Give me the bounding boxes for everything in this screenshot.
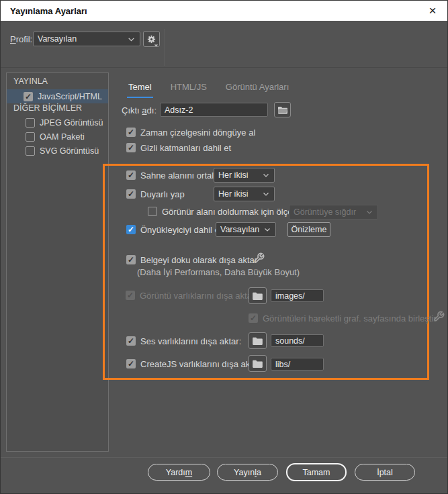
tab-goruntu-ayarlari[interactable]: Görüntü Ayarları [224, 81, 290, 98]
preloader-dropdown[interactable]: Varsayılan [216, 222, 276, 237]
export-texture-checkbox[interactable]: ✓ [126, 255, 136, 264]
scale-fill-checkbox[interactable] [148, 207, 157, 216]
preview-button[interactable]: Önizleme [287, 222, 330, 237]
profile-dropdown[interactable]: Varsayılan [33, 32, 140, 46]
chevron-down-icon [262, 190, 270, 198]
sounds-path-input[interactable] [271, 334, 324, 347]
chevron-down-icon [262, 171, 270, 179]
center-stage-dropdown[interactable]: Her ikisi [214, 168, 275, 183]
center-stage-checkbox[interactable]: ✓ [126, 170, 136, 180]
header-vertical-divider [164, 29, 165, 66]
hidden-layers-row: ✓ Gizli katmanları dahil et [126, 142, 231, 154]
output-label-post: dı: [147, 105, 156, 115]
chevron-down-icon [365, 208, 373, 216]
sidebar-item-oam[interactable]: OAM Paketi [7, 130, 108, 144]
preloader-checkbox[interactable]: ✓ [126, 225, 136, 234]
publish-button[interactable]: Yayınla [217, 464, 278, 481]
combine-spritesheet-label: Görüntüleri hareketli graf. sayfasında b… [263, 313, 437, 324]
sidebar-item-label: SVG Görüntüsü [40, 146, 99, 156]
output-label-pre: Çıktı [122, 105, 142, 115]
help-button[interactable]: Yardım [148, 464, 210, 481]
output-label-mnemonic: a [142, 105, 146, 115]
javascript-html-checkbox[interactable]: ✓ [24, 92, 33, 101]
sidebar-item-javascript-html[interactable]: ✓ JavaScript/HTML [7, 89, 108, 103]
responsive-row: ✓ Duyarlı yap [126, 188, 185, 200]
center-stage-value: Her ikisi [218, 170, 262, 180]
cancel-button[interactable]: İptal [355, 464, 415, 481]
export-images-row: ✓ Görüntü varlıklarını dışa aktar: [126, 289, 257, 301]
title-bar: Yayınlama Ayarları × [1, 1, 447, 21]
folder-icon [277, 105, 288, 115]
profile-options-button[interactable] [143, 31, 160, 47]
chevron-down-icon [127, 35, 136, 44]
responsive-dropdown[interactable]: Her ikisi [214, 187, 275, 201]
preloader-value: Varsayılan [220, 225, 263, 234]
oam-checkbox[interactable] [26, 132, 35, 142]
responsive-label: Duyarlı yap [140, 189, 185, 199]
hidden-layers-checkbox[interactable]: ✓ [126, 143, 136, 152]
combine-spritesheet-row: ✓ Görüntüleri hareketli graf. sayfasında… [249, 312, 437, 324]
help-label-mnemonic: m [185, 468, 192, 477]
sidebar-item-label: JPEG Görüntüsü [40, 118, 103, 128]
export-sounds-checkbox[interactable]: ✓ [126, 336, 136, 346]
loop-timeline-row: ✓ Zaman çizelgesini döngüye al [126, 126, 255, 138]
publish-label-pre: Yayın [234, 468, 255, 477]
gear-dropdown-arrow [152, 41, 158, 46]
profile-dropdown-value: Varsayılan [38, 34, 127, 44]
hidden-layers-label: Gizli katmanları dahil et [140, 143, 231, 153]
publish-settings-dialog: Yayınlama Ayarları × Profil: Varsayılan … [0, 0, 448, 494]
export-sounds-row: ✓ Ses varlıklarını dışa aktar: [126, 335, 241, 347]
export-createjs-row: ✓ CreateJS varlıklarını dışa aktar: [126, 358, 263, 370]
scale-fill-label: Görünür alanı doldurmak için ölçekle [162, 207, 304, 217]
header-horizontal-divider [1, 67, 447, 68]
tab-html-js[interactable]: HTML/JS [169, 81, 208, 98]
loop-timeline-label: Zaman çizelgesini döngüye al [140, 128, 255, 138]
texture-note: (Daha İyi Performans, Daha Büyük Boyut) [137, 267, 300, 277]
images-path-input[interactable] [271, 289, 324, 302]
images-folder-button[interactable] [249, 287, 267, 304]
sidebar-item-label: OAM Paketi [40, 132, 85, 142]
export-images-checkbox: ✓ [126, 291, 135, 300]
profile-label-mnemonic: P [10, 34, 16, 44]
profile-label: Profil: [10, 34, 32, 44]
sidebar-item-label: JavaScript/HTML [38, 92, 102, 101]
settings-tabs: Temel HTML/JS Görüntü Ayarları [127, 81, 290, 98]
output-name-label: Çıktı adı: [122, 105, 156, 115]
publish-label-post: a [257, 468, 261, 477]
other-formats-header: DİĞER BİÇİMLER [13, 103, 82, 113]
dialog-title: Yayınlama Ayarları [10, 6, 87, 16]
libs-folder-button[interactable] [249, 355, 267, 372]
sidebar-item-jpeg[interactable]: JPEG Görüntüsü [7, 115, 108, 130]
export-sounds-label: Ses varlıklarını dışa aktar: [140, 336, 241, 346]
combine-spritesheet-checkbox: ✓ [249, 313, 258, 323]
export-texture-label: Belgeyi doku olarak dışa aktar [140, 255, 257, 265]
export-createjs-checkbox[interactable]: ✓ [126, 359, 136, 368]
folder-icon [252, 336, 263, 346]
jpeg-checkbox[interactable] [26, 118, 35, 128]
close-icon[interactable]: × [422, 1, 443, 21]
loop-timeline-checkbox[interactable]: ✓ [126, 128, 136, 137]
sounds-folder-button[interactable] [249, 332, 267, 349]
folder-icon [252, 291, 263, 301]
export-texture-row: ✓ Belgeyi doku olarak dışa aktar [126, 254, 257, 266]
libs-path-input[interactable] [271, 358, 324, 370]
output-name-input[interactable] [160, 103, 268, 117]
chevron-down-icon [263, 226, 271, 234]
ok-button[interactable]: Tamam [286, 463, 347, 481]
help-label-pre: Yardı [166, 468, 185, 477]
format-sidebar: YAYINLA ✓ JavaScript/HTML DİĞER BİÇİMLER… [6, 72, 109, 452]
folder-icon [252, 359, 263, 368]
scale-fill-row: Görünür alanı doldurmak için ölçekle [148, 205, 304, 217]
responsive-checkbox[interactable]: ✓ [126, 189, 136, 199]
center-stage-row: ✓ Sahne alanını ortala [126, 169, 218, 181]
publish-section-header: YAYINLA [13, 77, 48, 86]
profile-label-rest: rofil: [16, 34, 33, 44]
spritesheet-settings-wrench-icon [433, 311, 445, 322]
tab-temel[interactable]: Temel [127, 81, 153, 98]
center-stage-label: Sahne alanını ortala [140, 170, 218, 181]
sidebar-item-svg[interactable]: SVG Görüntüsü [7, 144, 108, 158]
svg-checkbox[interactable] [26, 146, 35, 156]
output-browse-button[interactable] [274, 102, 291, 117]
texture-settings-wrench-icon[interactable] [253, 252, 265, 264]
preloader-row: ✓ Önyükleyiciyi dahil et [126, 224, 222, 236]
